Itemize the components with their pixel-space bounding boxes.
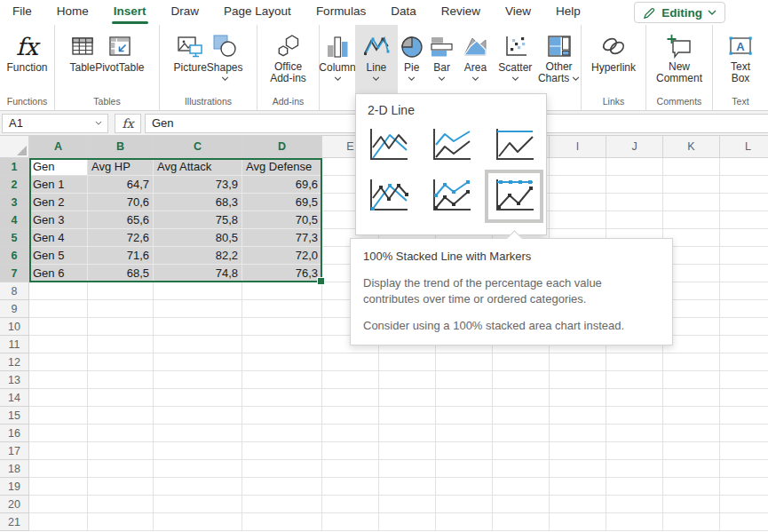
cell-C17[interactable]: [154, 442, 242, 460]
cell-H21[interactable]: [493, 513, 550, 531]
pivottable-button[interactable]: PivotTable: [95, 25, 144, 96]
cell-A16[interactable]: [29, 425, 88, 442]
cell-D6[interactable]: 72,0: [242, 247, 322, 265]
cell-G19[interactable]: [436, 478, 493, 496]
cell-A9[interactable]: [29, 300, 88, 318]
cell-E21[interactable]: [322, 513, 379, 531]
cell-B16[interactable]: [88, 425, 154, 442]
chart-option-stacked-line[interactable]: [429, 126, 473, 165]
new-comment-button[interactable]: New Comment: [656, 25, 702, 96]
other-charts-button[interactable]: Other Charts: [537, 25, 581, 96]
cell-K14[interactable]: [663, 389, 720, 407]
row-header-10[interactable]: 10: [0, 318, 29, 336]
column-header-B[interactable]: B: [88, 136, 154, 158]
cell-C10[interactable]: [154, 318, 242, 336]
cell-L1[interactable]: [720, 158, 768, 176]
cell-I1[interactable]: [550, 158, 606, 176]
cell-L18[interactable]: [720, 460, 768, 478]
cell-B14[interactable]: [88, 389, 154, 407]
cell-J13[interactable]: [606, 371, 663, 389]
cell-E13[interactable]: [322, 371, 379, 389]
cell-E18[interactable]: [322, 460, 379, 478]
row-header-13[interactable]: 13: [0, 371, 29, 389]
cell-D21[interactable]: [242, 513, 322, 531]
cell-I20[interactable]: [550, 496, 606, 513]
cell-G12[interactable]: [436, 353, 493, 371]
row-header-20[interactable]: 20: [0, 496, 29, 513]
column-header-K[interactable]: K: [663, 136, 720, 158]
cell-B7[interactable]: 68,5: [88, 265, 154, 282]
cell-A1[interactable]: Gen: [29, 158, 88, 176]
cell-D10[interactable]: [242, 318, 322, 336]
cell-A6[interactable]: Gen 5: [29, 247, 88, 265]
cell-K1[interactable]: [663, 158, 720, 176]
cell-K20[interactable]: [663, 496, 720, 513]
office-addins-button[interactable]: Office Add-ins: [270, 25, 306, 96]
row-header-14[interactable]: 14: [0, 389, 29, 407]
cell-C7[interactable]: 74,8: [154, 265, 242, 282]
function-button[interactable]: fx Function: [6, 25, 47, 96]
cell-L5[interactable]: [720, 229, 768, 247]
cell-F15[interactable]: [379, 407, 436, 425]
cell-C14[interactable]: [154, 389, 242, 407]
chevron-down-icon[interactable]: [95, 121, 102, 125]
cell-E15[interactable]: [322, 407, 379, 425]
cell-D2[interactable]: 69,6: [242, 176, 322, 194]
cell-A5[interactable]: Gen 4: [29, 229, 88, 247]
cell-A17[interactable]: [29, 442, 88, 460]
cell-D8[interactable]: [242, 282, 322, 300]
cell-L13[interactable]: [720, 371, 768, 389]
cell-E16[interactable]: [322, 425, 379, 442]
column-chart-button[interactable]: Column: [320, 25, 355, 96]
cell-A21[interactable]: [29, 513, 88, 531]
column-header-J[interactable]: J: [606, 136, 663, 158]
cell-A8[interactable]: [29, 282, 88, 300]
shapes-button[interactable]: Shapes: [207, 25, 243, 96]
chart-option-100-stacked-line[interactable]: [492, 126, 536, 165]
cell-A18[interactable]: [29, 460, 88, 478]
cell-J14[interactable]: [606, 389, 663, 407]
select-all-corner[interactable]: [0, 136, 29, 158]
row-header-6[interactable]: 6: [0, 247, 29, 265]
cell-B6[interactable]: 71,6: [88, 247, 154, 265]
table-button[interactable]: Table: [69, 25, 95, 96]
cell-D14[interactable]: [242, 389, 322, 407]
text-box-button[interactable]: A Text Box: [727, 25, 754, 96]
cell-L19[interactable]: [720, 478, 768, 496]
cell-J2[interactable]: [606, 176, 663, 194]
row-header-8[interactable]: 8: [0, 282, 29, 300]
cell-A12[interactable]: [29, 353, 88, 371]
cell-A3[interactable]: Gen 2: [29, 194, 88, 211]
menu-tab-view[interactable]: View: [493, 0, 543, 25]
cell-A19[interactable]: [29, 478, 88, 496]
cell-D9[interactable]: [242, 300, 322, 318]
menu-tab-home[interactable]: Home: [44, 0, 101, 25]
cell-L21[interactable]: [720, 513, 768, 531]
cell-J4[interactable]: [606, 211, 663, 229]
cell-G16[interactable]: [436, 425, 493, 442]
cell-L11[interactable]: [720, 336, 768, 353]
cell-I12[interactable]: [550, 353, 606, 371]
cell-B5[interactable]: 72,6: [88, 229, 154, 247]
row-header-15[interactable]: 15: [0, 407, 29, 425]
cell-K3[interactable]: [663, 194, 720, 211]
menu-tab-draw[interactable]: Draw: [159, 0, 212, 25]
cell-C21[interactable]: [154, 513, 242, 531]
cell-E20[interactable]: [322, 496, 379, 513]
row-header-16[interactable]: 16: [0, 425, 29, 442]
cell-E14[interactable]: [322, 389, 379, 407]
cell-C18[interactable]: [154, 460, 242, 478]
hyperlink-button[interactable]: Hyperlink: [591, 25, 636, 96]
cell-F18[interactable]: [379, 460, 436, 478]
cell-C4[interactable]: 75,8: [154, 211, 242, 229]
cell-G15[interactable]: [436, 407, 493, 425]
cell-G18[interactable]: [436, 460, 493, 478]
chart-option-100-stacked-line-with-markers[interactable]: [492, 177, 536, 216]
cell-C3[interactable]: 68,3: [154, 194, 242, 211]
row-header-4[interactable]: 4: [0, 211, 29, 229]
cell-D18[interactable]: [242, 460, 322, 478]
row-header-19[interactable]: 19: [0, 478, 29, 496]
cell-K16[interactable]: [663, 425, 720, 442]
cell-D19[interactable]: [242, 478, 322, 496]
cell-F21[interactable]: [379, 513, 436, 531]
